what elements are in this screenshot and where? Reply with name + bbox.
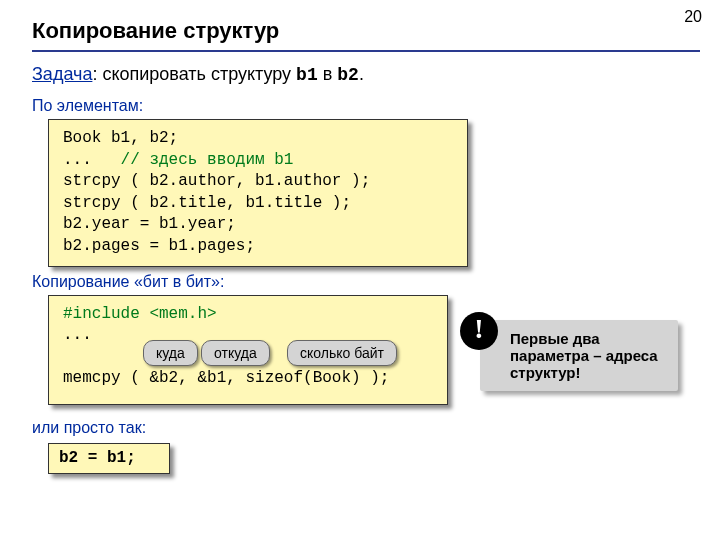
section-simple: или просто так:	[0, 419, 720, 437]
code2-l1: #include <mem.h>	[63, 305, 217, 323]
task-var2: b2	[337, 65, 359, 85]
exclamation-icon: !	[460, 312, 498, 350]
section-by-elements: По элементам:	[0, 97, 720, 115]
section-bit-by-bit: Копирование «бит в бит»:	[0, 273, 720, 291]
code1-l4: strcpy ( b2.title, b1.title );	[63, 194, 351, 212]
task-text-pre: : скопировать структуру	[92, 64, 296, 84]
param-tag-src: откуда	[201, 340, 270, 367]
code-block-elements: Book b1, b2; ... // здесь вводим b1 strc…	[48, 119, 468, 267]
code2-l3: memcpy ( &b2, &b1, sizeof(Book) );	[63, 369, 389, 387]
slide-title: Копирование структур	[0, 0, 720, 50]
task-end: .	[359, 64, 364, 84]
param-tag-size: сколько байт	[287, 340, 397, 367]
param-tag-dest: куда	[143, 340, 198, 367]
code-block-assign: b2 = b1;	[48, 443, 170, 475]
code1-l6: b2.pages = b1.pages;	[63, 237, 255, 255]
code1-l2a: ...	[63, 151, 121, 169]
title-underline	[32, 50, 700, 52]
task-label: Задача	[32, 64, 92, 84]
code1-l1: Book b1, b2;	[63, 129, 178, 147]
task-line: Задача: скопировать структуру b1 в b2.	[0, 62, 720, 93]
code2-l2: ...	[63, 326, 92, 344]
code1-l2b: // здесь вводим b1	[121, 151, 294, 169]
code1-l3: strcpy ( b2.author, b1.author );	[63, 172, 370, 190]
code-block-memcpy: #include <mem.h> ... memcpy ( &b2, &b1, …	[48, 295, 448, 405]
code1-l5: b2.year = b1.year;	[63, 215, 236, 233]
task-var1: b1	[296, 65, 318, 85]
task-mid: в	[318, 64, 338, 84]
callout-box: Первые два параметра – адреса структур!	[480, 320, 678, 391]
page-number: 20	[684, 8, 702, 26]
